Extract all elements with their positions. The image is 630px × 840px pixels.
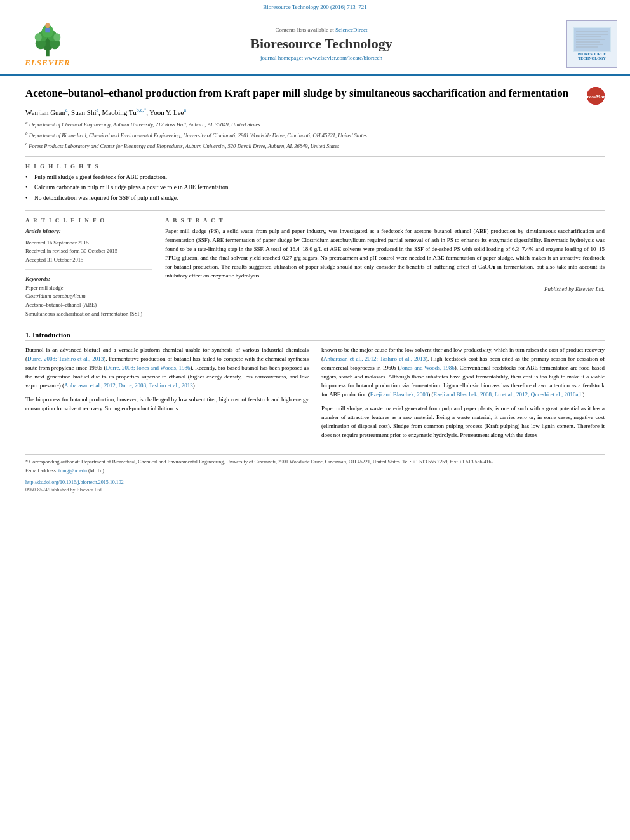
science-direct-link[interactable]: ScienceDirect	[335, 27, 367, 33]
svg-point-9	[45, 23, 50, 28]
footnote-corresponding: * Corresponding author at: Department of…	[25, 458, 605, 466]
article-history-label: Article history:	[25, 227, 152, 236]
ref-durre-2008[interactable]: Durre, 2008; Tashiro et al., 2013	[27, 356, 104, 362]
keywords-list: Paper mill sludge Clostridium acetobutyl…	[25, 284, 152, 318]
intro-two-col: Butanol is an advanced biofuel and a ver…	[25, 346, 605, 444]
ref-anbarasan[interactable]: Anbarasan et al., 2012; Durre, 2008; Tas…	[64, 382, 193, 389]
highlights-heading: H I G H L I G H T S	[25, 163, 605, 170]
abstract-text: Paper mill sludge (PS), a solid waste fr…	[165, 227, 605, 281]
bioresource-logo-image	[573, 27, 611, 52]
intro-col-2: known to be the major cause for the low …	[321, 346, 605, 444]
svg-point-8	[53, 33, 60, 41]
abstract-col: A B S T R A C T Paper mill sludge (PS), …	[165, 217, 605, 318]
issn-line: 0960-8524/Published by Elsevier Ltd.	[25, 486, 605, 494]
ref-anbarasan-2[interactable]: Anbarasan et al., 2012; Tashiro et al., …	[323, 356, 426, 362]
footnote-area: * Corresponding author at: Department of…	[25, 454, 605, 494]
ref-ezeji[interactable]: Ezeji and Blaschek, 2008	[370, 391, 428, 397]
affiliation-a: a Department of Chemical Engineering, Au…	[25, 119, 605, 129]
keywords-section: Keywords: Paper mill sludge Clostridium …	[25, 275, 152, 318]
highlight-1: Pulp mill sludge a great feedstock for A…	[25, 173, 605, 182]
science-direct-label: Contents lists available at ScienceDirec…	[89, 27, 554, 33]
ref-jones-woods-1986[interactable]: Jones and Woods, 1986	[400, 364, 455, 371]
introduction-section: 1. Introduction Butanol is an advanced b…	[25, 331, 605, 444]
crossmark-badge: CrossMark	[587, 87, 605, 105]
author-1: Wenjian Guan	[25, 108, 65, 116]
journal-homepage: journal homepage: www.elsevier.com/locat…	[89, 55, 554, 61]
elsevier-logo: ELSEVIER	[13, 20, 83, 68]
page-container: Bioresource Technology 200 (2016) 713–72…	[0, 0, 630, 504]
journal-header-center: Contents lists available at ScienceDirec…	[89, 27, 554, 61]
svg-point-7	[35, 33, 42, 41]
article-info-section: Article history: Received 16 September 2…	[25, 227, 152, 318]
ref-ezeji-2[interactable]: Ezeji and Blaschek, 2008; Lu et al., 201…	[433, 391, 582, 397]
intro-col1-para2: The bioprocess for butanol production, h…	[25, 396, 309, 413]
intro-col2-para1: known to be the major cause for the low …	[321, 346, 605, 399]
published-by: Published by Elsevier Ltd.	[165, 286, 605, 292]
doi-link[interactable]: http://dx.doi.org/10.1016/j.biortech.201…	[25, 479, 605, 486]
journal-header-right: BIORESOURCETECHNOLOGY	[560, 20, 617, 68]
svg-text:CrossMark: CrossMark	[587, 94, 605, 100]
elsevier-brand-text: ELSEVIER	[25, 58, 70, 68]
highlight-2: Calcium carbonate in pulp mill sludge pl…	[25, 183, 605, 192]
journal-header-left: ELSEVIER	[13, 20, 83, 68]
author-3: Maobing Tu	[102, 108, 137, 116]
received-date: Received 16 September 2015 Received in r…	[25, 239, 152, 265]
authors-line: Wenjian Guana, Suan Shia, Maobing Tub,c,…	[25, 107, 605, 116]
intro-col1-para1: Butanol is an advanced biofuel and a ver…	[25, 346, 309, 390]
intro-col-1: Butanol is an advanced biofuel and a ver…	[25, 346, 309, 444]
affiliations: a Department of Chemical Engineering, Au…	[25, 119, 605, 150]
divider-1	[25, 156, 605, 157]
article-info-heading: A R T I C L E I N F O	[25, 217, 152, 223]
intro-heading: 1. Introduction	[25, 331, 605, 341]
footnote-email: E-mail address: tumg@uc.edu (M. Tu).	[25, 467, 605, 475]
svg-rect-10	[45, 28, 50, 32]
highlights-section: H I G H L I G H T S Pulp mill sludge a g…	[25, 163, 605, 203]
top-bar: Bioresource Technology 200 (2016) 713–72…	[0, 0, 630, 13]
abstract-heading: A B S T R A C T	[165, 217, 605, 223]
journal-logo-box: BIORESOURCETECHNOLOGY	[566, 20, 617, 68]
article-info-col: A R T I C L E I N F O Article history: R…	[25, 217, 152, 318]
journal-header: ELSEVIER Contents lists available at Sci…	[0, 13, 630, 76]
crossmark-icon: CrossMark	[587, 87, 605, 105]
highlight-3: No detoxification was required for SSF o…	[25, 194, 605, 203]
journal-volume-info: Bioresource Technology 200 (2016) 713–72…	[263, 4, 367, 10]
journal-title: Bioresource Technology	[89, 36, 554, 52]
email-link[interactable]: tumg@uc.edu	[58, 468, 87, 474]
affiliation-b: b Department of Biomedical, Chemical and…	[25, 130, 605, 140]
author-4: Yoon Y. Lee	[149, 108, 184, 116]
article-title: Acetone–butanol–ethanol production from …	[25, 86, 605, 101]
keywords-label: Keywords:	[25, 275, 152, 284]
article-content: CrossMark Acetone–butanol–ethanol produc…	[0, 76, 630, 504]
affiliation-c: c Forest Products Laboratory and Center …	[25, 141, 605, 150]
article-info-abstract-cols: A R T I C L E I N F O Article history: R…	[25, 217, 605, 318]
author-2: Suan Shi	[71, 108, 96, 116]
info-divider	[25, 269, 152, 270]
intro-col2-para2: Paper mill sludge, a waste material gene…	[321, 404, 605, 440]
ref-jones-woods[interactable]: Durre, 2008; Jones and Woods, 1986	[105, 364, 190, 371]
elsevier-tree-icon	[29, 20, 67, 58]
divider-2	[25, 210, 605, 211]
journal-logo-title: BIORESOURCETECHNOLOGY	[578, 52, 606, 61]
